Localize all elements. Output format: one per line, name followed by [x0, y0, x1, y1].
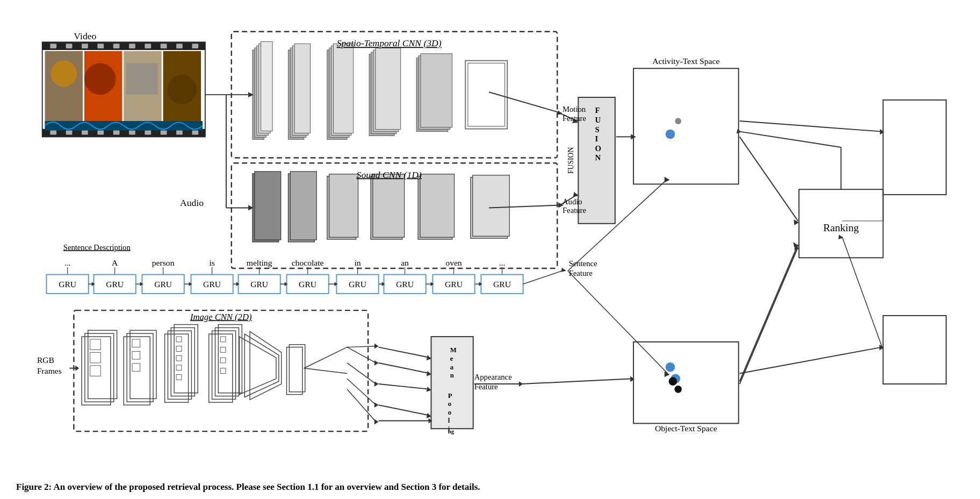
svg-line-93 — [740, 137, 798, 220]
svg-rect-52 — [82, 130, 88, 135]
svg-rect-28 — [290, 172, 316, 240]
svg-rect-48 — [176, 44, 183, 48]
svg-rect-51 — [66, 130, 73, 135]
svg-rect-55 — [129, 130, 135, 135]
svg-rect-7 — [261, 41, 273, 131]
gru1: GRU — [59, 280, 76, 289]
svg-rect-147 — [90, 352, 101, 363]
svg-rect-26 — [255, 172, 281, 240]
svg-rect-42 — [82, 44, 88, 48]
svg-rect-46 — [145, 44, 151, 48]
diagram-svg: Spatio-Temporal CNN (3D) Sound CNN (1D) — [11, 11, 969, 473]
svg-line-206 — [347, 379, 376, 405]
svg-point-85 — [675, 118, 681, 124]
ranking-label: Ranking — [823, 222, 859, 233]
svg-rect-44 — [113, 44, 120, 48]
svg-point-192 — [666, 362, 675, 372]
gru7: GRU — [349, 280, 366, 289]
fusion-text-f: F — [595, 106, 600, 115]
svg-line-139 — [523, 270, 565, 284]
gru4: GRU — [203, 280, 221, 289]
svg-rect-160 — [176, 346, 182, 352]
svg-line-210 — [304, 368, 347, 374]
word-an: an — [401, 258, 409, 267]
sound-cnn-label: Sound CNN (1D) — [357, 169, 422, 180]
mean-pooling-e: e — [450, 355, 453, 362]
svg-marker-122 — [92, 282, 95, 286]
svg-line-202 — [347, 347, 376, 363]
svg-rect-30 — [329, 174, 358, 237]
svg-rect-45 — [129, 44, 135, 48]
svg-marker-172 — [250, 331, 282, 400]
svg-line-99 — [568, 271, 668, 374]
object-text-space-label: Object-Text Space — [655, 424, 717, 433]
sentence-feature-label2: Feature — [569, 269, 593, 277]
gru5: GRU — [250, 280, 268, 289]
word-ellipsis1: ... — [64, 258, 71, 267]
word-melting: melting — [247, 258, 272, 267]
svg-rect-22 — [421, 54, 452, 127]
svg-rect-19 — [376, 48, 401, 130]
svg-rect-66 — [126, 63, 158, 95]
gru6: GRU — [299, 280, 316, 289]
svg-marker-98 — [665, 177, 670, 183]
fusion-text-i: I — [595, 134, 599, 143]
svg-rect-32 — [373, 174, 405, 237]
svg-marker-142 — [75, 366, 79, 371]
svg-marker-209 — [374, 419, 379, 425]
svg-marker-201 — [374, 344, 379, 349]
video-label: Video — [74, 31, 96, 41]
word-a: A — [112, 258, 118, 267]
fusion-text-s: S — [595, 125, 600, 134]
svg-line-190 — [522, 379, 632, 384]
svg-rect-11 — [294, 44, 310, 133]
svg-point-91 — [674, 386, 682, 393]
svg-rect-152 — [132, 339, 140, 347]
audio-label: Audio — [180, 197, 204, 208]
svg-point-193 — [669, 377, 678, 386]
svg-rect-212 — [883, 316, 946, 384]
mean-pooling-n: n — [450, 372, 454, 379]
main-container: Spatio-Temporal CNN (3D) Sound CNN (1D) — [0, 0, 980, 499]
fusion-label: FUSION — [567, 147, 575, 174]
svg-line-182 — [379, 384, 430, 389]
svg-rect-59 — [192, 130, 198, 135]
svg-rect-151 — [130, 330, 156, 398]
gru10: GRU — [493, 280, 511, 289]
svg-rect-34 — [420, 174, 455, 237]
sentence-feature-label: Sentence — [569, 259, 597, 268]
svg-line-219 — [842, 237, 883, 350]
diagram-area: Spatio-Temporal CNN (3D) Sound CNN (1D) — [11, 11, 969, 473]
word-in: in — [354, 258, 361, 267]
spatio-temporal-label: Spatio-Temporal CNN (3D) — [337, 38, 442, 48]
svg-rect-153 — [132, 351, 140, 359]
svg-rect-84 — [633, 68, 739, 184]
gru3: GRU — [154, 280, 172, 289]
image-cnn-label: Image CNN (2D) — [190, 312, 252, 322]
svg-marker-203 — [374, 360, 379, 366]
svg-rect-49 — [192, 44, 198, 48]
audio-feature-label: Audio — [563, 197, 582, 206]
svg-marker-183 — [427, 387, 431, 392]
svg-rect-54 — [113, 130, 120, 135]
fusion-text-o: O — [595, 144, 601, 153]
svg-rect-169 — [220, 347, 226, 353]
svg-marker-100 — [665, 372, 670, 377]
svg-line-200 — [347, 346, 376, 347]
mean-pooling-m: M — [450, 346, 457, 354]
svg-marker-94 — [794, 219, 799, 225]
word-chocolate: chocolate — [292, 258, 324, 267]
svg-rect-36 — [473, 175, 509, 236]
motion-feature-label: Motion — [563, 105, 586, 113]
mean-pooling-a: a — [450, 363, 454, 371]
svg-rect-211 — [883, 100, 946, 195]
svg-rect-159 — [176, 337, 182, 342]
word-oven: oven — [445, 258, 462, 267]
svg-line-95 — [740, 245, 798, 381]
gru9: GRU — [445, 280, 463, 289]
svg-rect-143 — [82, 337, 111, 405]
svg-line-208 — [347, 389, 376, 422]
sentence-desc-label: Sentence Description — [63, 243, 131, 252]
rgb-frames-label2: Frames — [37, 366, 62, 375]
svg-line-194 — [740, 247, 798, 384]
